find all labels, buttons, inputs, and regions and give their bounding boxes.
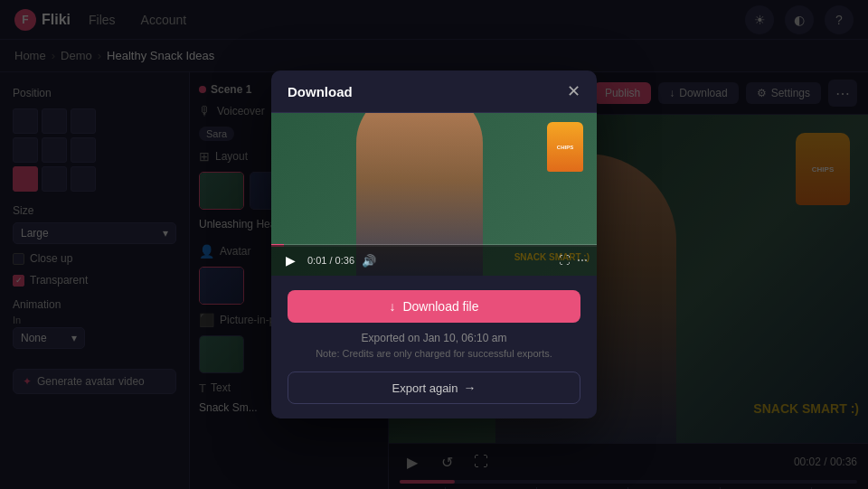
modal-volume-button[interactable]: 🔊 bbox=[362, 254, 376, 268]
download-file-icon: ↓ bbox=[389, 299, 395, 314]
modal-time-duration: 0:36 bbox=[335, 255, 354, 266]
modal-play-button[interactable]: ▶ bbox=[280, 250, 300, 270]
modal-time-current: 0:01 bbox=[307, 255, 326, 266]
modal-body: ↓ Download file Exported on Jan 10, 06:1… bbox=[271, 276, 597, 418]
modal-title: Download bbox=[288, 84, 353, 99]
modal-video-controls: ▶ 0:01 / 0:36 🔊 ⛶ ⋯ bbox=[271, 245, 597, 276]
download-file-label: Download file bbox=[402, 299, 478, 314]
modal-chips: CHIPS bbox=[547, 122, 583, 172]
export-again-button[interactable]: Export again → bbox=[288, 371, 580, 404]
modal-fullscreen-button[interactable]: ⛶ bbox=[559, 254, 570, 267]
modal-overlay[interactable]: Download ✕ CHIPS SNACK SMART :) ▶ 0:01 /… bbox=[0, 0, 868, 489]
modal-more-controls-button[interactable]: ⋯ bbox=[577, 254, 588, 267]
download-modal: Download ✕ CHIPS SNACK SMART :) ▶ 0:01 /… bbox=[271, 71, 597, 418]
export-arrow-icon: → bbox=[464, 381, 476, 395]
modal-time: 0:01 / 0:36 bbox=[307, 255, 354, 266]
export-note: Note: Credits are only charged for succe… bbox=[288, 348, 580, 359]
export-again-label: Export again bbox=[392, 381, 458, 395]
modal-header: Download ✕ bbox=[271, 71, 597, 113]
download-file-button[interactable]: ↓ Download file bbox=[288, 290, 580, 323]
modal-video: CHIPS SNACK SMART :) ▶ 0:01 / 0:36 🔊 ⛶ ⋯ bbox=[271, 113, 597, 276]
export-info: Exported on Jan 10, 06:10 am bbox=[288, 332, 580, 344]
modal-close-button[interactable]: ✕ bbox=[567, 83, 580, 99]
